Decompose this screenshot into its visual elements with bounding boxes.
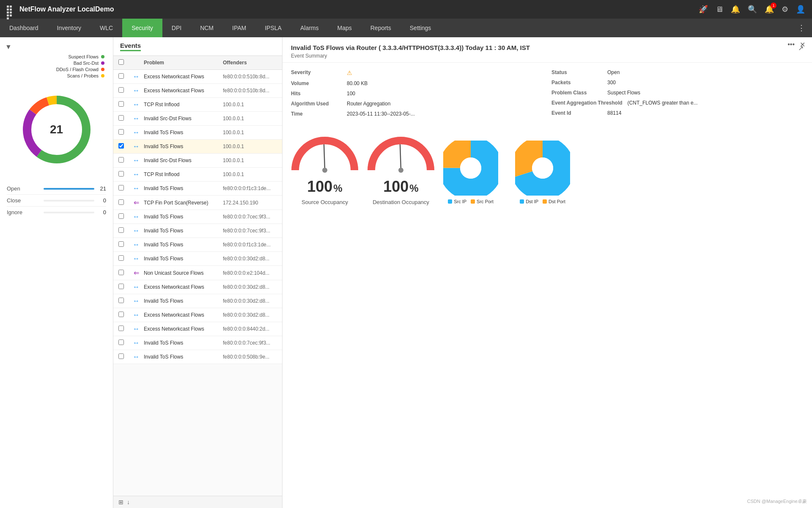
nav-item-dpi[interactable]: DPI [162,19,191,37]
event-row[interactable]: ↔ Invalid Src-Dst Flows 100.0.0.1 [113,112,282,126]
nav-item-ncm[interactable]: NCM [191,19,223,37]
event-row[interactable]: ↔ Invalid ToS Flows fe80:0:0:0:f1c3:1de.… [113,182,282,196]
grid-menu-icon[interactable] [7,6,14,13]
event-check-8[interactable] [113,185,129,192]
nav-item-reports[interactable]: Reports [361,19,401,37]
event-row[interactable]: ↔ Excess Networkcast Flows fe80:0:0:0:84… [113,322,282,336]
event-checkbox-16[interactable] [118,298,124,303]
monitor-icon[interactable]: 🖥 [716,5,723,14]
event-check-1[interactable] [113,87,129,94]
ellipsis-menu[interactable]: ••• [787,41,795,49]
event-row[interactable]: ⇐ TCP Fin Port Scan(Reverse) 172.24.150.… [113,196,282,210]
event-checkbox-20[interactable] [118,353,124,359]
event-check-13[interactable] [113,255,129,262]
event-row[interactable]: ↔ Invalid Src-Dst Flows 100.0.0.1 [113,154,282,168]
bell-alert-icon[interactable]: 🔔 [731,5,740,14]
event-row[interactable]: ↔ Invalid ToS Flows fe80:0:0:0:7cec:9f3.… [113,336,282,350]
nav-more-button[interactable]: ⋮ [791,19,812,37]
event-row[interactable]: ↔ Invalid ToS Flows fe80:0:0:0:7cec:9f3.… [113,224,282,238]
event-type-icon: ↔ [133,255,140,262]
event-check-0[interactable] [113,73,129,80]
event-checkbox-9[interactable] [118,199,124,205]
event-row[interactable]: ↔ Invalid ToS Flows 100.0.0.1 [113,126,282,140]
event-checkbox-4[interactable] [118,129,124,135]
event-checkbox-15[interactable] [118,284,124,289]
event-check-4[interactable] [113,129,129,136]
event-row[interactable]: ↔ TCP Rst Inflood 100.0.0.1 [113,98,282,112]
event-checkbox-18[interactable] [118,326,124,331]
nav-item-inventory[interactable]: Inventory [48,19,91,37]
event-checkbox-2[interactable] [118,101,124,107]
event-check-2[interactable] [113,101,129,108]
event-checkbox-6[interactable] [118,157,124,163]
events-check-all[interactable] [113,59,129,66]
event-checkbox-5[interactable] [118,143,124,149]
event-checkbox-3[interactable] [118,115,124,121]
event-checkbox-0[interactable] [118,73,124,79]
event-check-3[interactable] [113,115,129,122]
event-checkbox-8[interactable] [118,185,124,190]
event-row[interactable]: ↔ Excess Networkcast Flows fe80:0:0:0:51… [113,84,282,98]
event-problem-1: Excess Networkcast Flows [144,88,223,94]
event-offender-20: fe80:0:0:0:508b:9e... [223,354,282,360]
event-check-5[interactable] [113,143,129,150]
event-check-17[interactable] [113,312,129,318]
nav-item-wlc[interactable]: WLC [91,19,122,37]
event-row[interactable]: ↔ Excess Networkcast Flows fe80:0:0:0:30… [113,280,282,294]
check-all-checkbox[interactable] [118,59,124,65]
source-gauge: 100% Source Occupancy [291,136,359,205]
left-sidebar: ▼ Suspect Flows Bad Src-Dst DDoS / Flash… [0,37,113,508]
event-checkbox-19[interactable] [118,340,124,345]
settings-icon[interactable]: ⚙ [782,5,788,14]
status-close-label: Close [7,197,40,204]
event-row[interactable]: ↔ Invalid ToS Flows fe80:0:0:0:508b:9e..… [113,350,282,364]
event-row[interactable]: ↔ TCP Rst Inflood 100.0.0.1 [113,168,282,182]
event-check-20[interactable] [113,353,129,360]
event-row[interactable]: ↔ Invalid ToS Flows fe80:0:0:0:30d2:d8..… [113,252,282,266]
event-check-18[interactable] [113,326,129,332]
search-icon[interactable]: 🔍 [748,5,757,14]
event-check-15[interactable] [113,284,129,290]
event-checkbox-10[interactable] [118,213,124,219]
event-check-7[interactable] [113,171,129,178]
rocket-icon[interactable]: 🚀 [699,5,708,14]
event-check-16[interactable] [113,298,129,304]
event-check-9[interactable] [113,199,129,206]
event-checkbox-11[interactable] [118,227,124,233]
user-icon[interactable]: 👤 [796,5,805,14]
event-check-10[interactable] [113,213,129,220]
event-checkbox-14[interactable] [118,270,124,275]
nav-item-security[interactable]: Security [122,19,162,37]
nav-item-maps[interactable]: Maps [328,19,361,37]
event-row[interactable]: ↔ Invalid ToS Flows fe80:0:0:0:30d2:d8..… [113,294,282,308]
export-icon[interactable]: ↓ [127,499,130,505]
nav-item-settings[interactable]: Settings [401,19,441,37]
event-row[interactable]: ↔ Invalid ToS Flows 100.0.0.1 [113,140,282,154]
event-check-14[interactable] [113,270,129,276]
event-checkbox-13[interactable] [118,255,124,261]
event-checkbox-1[interactable] [118,87,124,93]
nav-item-ipam[interactable]: IPAM [223,19,255,37]
event-row[interactable]: ⇐ Non Unicast Source Flows fe80:0:0:0:e2… [113,266,282,280]
notification-icon[interactable]: 🔔 1 [765,5,774,14]
event-icon-1: ↔ [129,87,144,94]
event-offender-3: 100.0.0.1 [223,116,282,121]
event-row[interactable]: ↔ Invalid ToS Flows fe80:0:0:0:f1c3:1de.… [113,238,282,252]
event-checkbox-7[interactable] [118,171,124,177]
event-checkbox-17[interactable] [118,312,124,317]
event-checkbox-12[interactable] [118,241,124,247]
filter-icon[interactable]: ▼ [0,41,113,54]
detail-panel: ••• ✕ Invalid ToS Flows via Router ( 3.3… [283,37,812,508]
table-icon[interactable]: ⊞ [118,499,123,505]
event-check-12[interactable] [113,241,129,248]
event-check-6[interactable] [113,157,129,164]
nav-item-dashboard[interactable]: Dashboard [0,19,48,37]
nav-item-ipsla[interactable]: IPSLA [255,19,291,37]
event-check-11[interactable] [113,227,129,234]
event-row[interactable]: ↔ Invalid ToS Flows fe80:0:0:0:7cec:9f3.… [113,210,282,224]
event-check-19[interactable] [113,340,129,346]
nav-item-alarms[interactable]: Alarms [291,19,328,37]
event-row[interactable]: ↔ Excess Networkcast Flows fe80:0:0:0:51… [113,70,282,84]
close-panel-icon[interactable]: ✕ [800,41,805,49]
event-row[interactable]: ↔ Excess Networkcast Flows fe80:0:0:0:30… [113,308,282,322]
